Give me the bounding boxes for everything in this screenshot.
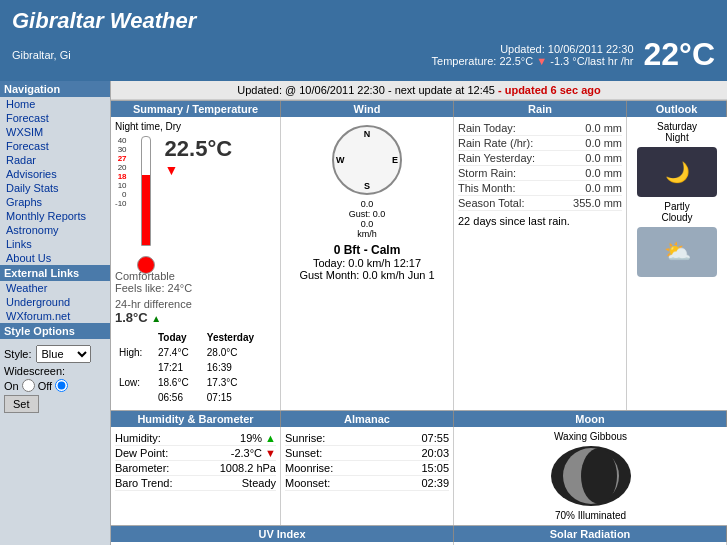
sidebar-item-astronomy[interactable]: Astronomy xyxy=(0,223,110,237)
nav-header: Navigation xyxy=(0,81,110,97)
style-select[interactable]: Blue Green Red xyxy=(36,345,91,363)
this-month-row: This Month: 0.0 mm xyxy=(458,181,622,196)
sidebar-item-wxsim[interactable]: WXSIM xyxy=(0,125,110,139)
outlook-col: Saturday Night 🌙 Partly Cloudy ⛅ xyxy=(627,117,727,410)
sidebar-item-forecast[interactable]: Forecast xyxy=(0,111,110,125)
widescreen-label: Widescreen: xyxy=(4,365,65,377)
on-label: On xyxy=(4,380,19,392)
moonrise-row: Moonrise: 15:05 xyxy=(285,461,449,476)
update-bar: Updated: @ 10/06/2011 22:30 - next updat… xyxy=(111,81,727,100)
feels-like: Feels like: 24°C xyxy=(115,282,276,294)
partly-cloudy-image: ⛅ xyxy=(637,227,717,277)
sunrise-row: Sunrise: 07:55 xyxy=(285,431,449,446)
moon-image xyxy=(551,446,631,506)
moon-illuminated: 70% Illuminated xyxy=(458,510,723,521)
rain-col: Rain Today: 0.0 mm Rain Rate (/hr): 0.0 … xyxy=(454,117,627,410)
sunset-row: Sunset: 20:03 xyxy=(285,446,449,461)
updated-label: Updated: xyxy=(500,43,545,55)
compass-w: W xyxy=(336,155,345,165)
humidity-up-arrow: ▲ xyxy=(265,432,276,444)
sidebar-item-monthly-reports[interactable]: Monthly Reports xyxy=(0,209,110,223)
style-label: Style: xyxy=(4,348,32,360)
wind-col: N S W E 0.0 Gust: 0.0 0.0 km/h 0 Bft - C… xyxy=(281,117,454,410)
compass-values: 0.0 Gust: 0.0 0.0 km/h xyxy=(285,199,449,239)
rain-header: Rain xyxy=(454,101,627,117)
sidebar-item-wxforum[interactable]: WXforum.net xyxy=(0,309,110,323)
condition: Night time, Dry xyxy=(115,121,276,132)
outlook-night: Night xyxy=(631,132,723,143)
widescreen-off-radio[interactable] xyxy=(55,379,68,392)
solar-header: Solar Radiation xyxy=(454,526,727,542)
sidebar-item-underground[interactable]: Underground xyxy=(0,295,110,309)
summary-header: Summary / Temperature xyxy=(111,101,281,117)
sidebar-item-home[interactable]: Home xyxy=(0,97,110,111)
cloud-icon: ⛅ xyxy=(664,239,691,265)
almanac-col: Sunrise: 07:55 Sunset: 20:03 Moonrise: 1… xyxy=(281,427,454,525)
rain-rate-row: Rain Rate (/hr): 0.0 mm xyxy=(458,136,622,151)
sidebar-item-daily-stats[interactable]: Daily Stats xyxy=(0,181,110,195)
humidity-col: Humidity: 19% ▲ Dew Point: -2.3°C ▼ Baro… xyxy=(111,427,281,525)
almanac-header: Almanac xyxy=(281,411,454,427)
days-since-rain: 22 days since last rain. xyxy=(458,215,622,227)
sidebar-item-advisories[interactable]: Advisories xyxy=(0,167,110,181)
temp-arrow: ▼ xyxy=(536,55,547,67)
wind-header: Wind xyxy=(281,101,454,117)
diff-label: 24-hr difference xyxy=(115,298,276,310)
page-title: Gibraltar Weather xyxy=(12,8,715,34)
sidebar-item-about-us[interactable]: About Us xyxy=(0,251,110,265)
widescreen-on-radio[interactable] xyxy=(22,379,35,392)
compass: N S W E xyxy=(332,125,402,195)
big-temperature: 22°C xyxy=(644,36,716,73)
outlook-header: Outlook xyxy=(627,101,727,117)
temp-value: 22.5°C xyxy=(499,55,533,67)
sidebar-item-weather[interactable]: Weather xyxy=(0,281,110,295)
moon-phase: Waxing Gibbous xyxy=(458,431,723,442)
outlook-partly: Partly xyxy=(631,201,723,212)
outlook-saturday: Saturday xyxy=(631,121,723,132)
ext-links-header: External Links xyxy=(0,265,110,281)
rain-today-row: Rain Today: 0.0 mm xyxy=(458,121,622,136)
baro-trend-row: Baro Trend: Steady xyxy=(115,476,276,491)
dewpoint-down-arrow: ▼ xyxy=(265,447,276,459)
compass-n: N xyxy=(364,129,371,139)
temp-label: Temperature: xyxy=(432,55,497,67)
style-options-header: Style Options xyxy=(0,323,110,339)
location: Gibraltar, Gi xyxy=(12,49,71,61)
off-label: Off xyxy=(38,380,52,392)
moonset-row: Moonset: 02:39 xyxy=(285,476,449,491)
set-button[interactable]: Set xyxy=(4,395,39,413)
wind-info: 0 Bft - Calm Today: 0.0 km/h 12:17 Gust … xyxy=(285,243,449,281)
moon-header: Moon xyxy=(454,411,727,427)
storm-rain-row: Storm Rain: 0.0 mm xyxy=(458,166,622,181)
uv-header: UV Index xyxy=(111,526,454,542)
temp-change: -1.3 °C/last hr /hr xyxy=(550,55,633,67)
humidity-row: Humidity: 19% ▲ xyxy=(115,431,276,446)
sidebar-item-radar[interactable]: Radar xyxy=(0,153,110,167)
compass-s: S xyxy=(364,181,370,191)
sidebar-item-graphs[interactable]: Graphs xyxy=(0,195,110,209)
barometer-row: Barometer: 1008.2 hPa xyxy=(115,461,276,476)
moon-night-icon: 🌙 xyxy=(665,160,690,184)
temp-display: 22.5°C xyxy=(165,136,233,162)
sidebar-item-forecast2[interactable]: Forecast xyxy=(0,139,110,153)
diff-value: 1.8°C xyxy=(115,310,148,325)
dewpoint-row: Dew Point: -2.3°C ▼ xyxy=(115,446,276,461)
compass-e: E xyxy=(392,155,398,165)
sidebar-item-links[interactable]: Links xyxy=(0,237,110,251)
summary-col: Night time, Dry 40 30 27 20 18 10 0 -10 xyxy=(111,117,281,410)
high-low-table: Today Yesterday High: 27.4°C 28.0°C 17:2… xyxy=(115,329,276,406)
moon-col: Waxing Gibbous 70% Illuminated xyxy=(454,427,727,525)
humidity-header: Humidity & Barometer xyxy=(111,411,281,427)
updated-time: 10/06/2011 22:30 xyxy=(548,43,634,55)
svg-point-1 xyxy=(581,448,617,504)
night-sky-image: 🌙 xyxy=(637,147,717,197)
outlook-cloudy: Cloudy xyxy=(631,212,723,223)
season-total-row: Season Total: 355.0 mm xyxy=(458,196,622,211)
rain-yesterday-row: Rain Yesterday: 0.0 mm xyxy=(458,151,622,166)
